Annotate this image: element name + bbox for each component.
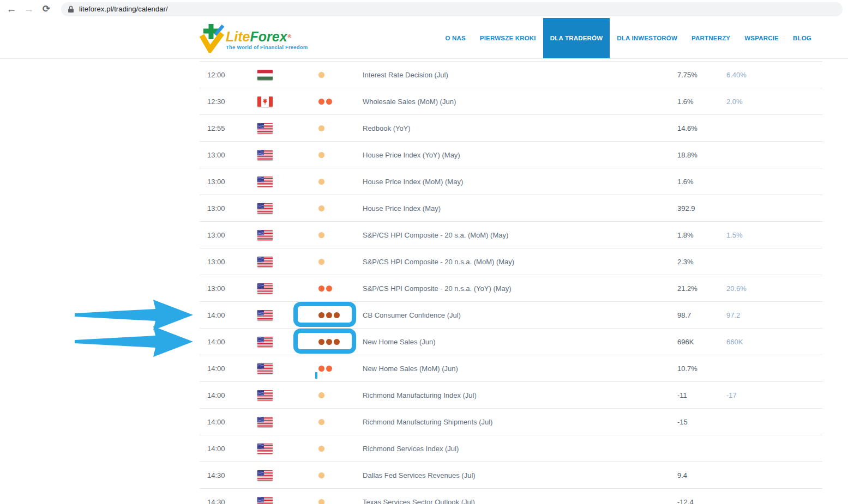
forecast-value: 6.40%	[726, 62, 747, 88]
nav-item-blog[interactable]: BLOG	[786, 18, 819, 58]
importance-dot	[318, 366, 324, 372]
event-time: 14:00	[207, 409, 225, 435]
actual-value: -12.4	[677, 489, 694, 504]
calendar-row[interactable]: 14:00 CB Consumer Confidence (Jul) 98.7 …	[200, 301, 822, 328]
actual-value: 392.9	[677, 195, 695, 221]
calendar-row[interactable]: 12:55 Redbook (YoY) 14.6%	[200, 114, 822, 141]
padlock-icon[interactable]	[68, 5, 74, 13]
flag-canada-icon	[257, 88, 273, 114]
event-name: S&P/CS HPI Composite - 20 n.s.a. (MoM) (…	[363, 248, 514, 275]
actual-value: 18.8%	[677, 142, 697, 168]
importance-dot	[318, 339, 324, 345]
actual-value: 10.7%	[677, 355, 697, 381]
page: ← → ⟳ liteforex.pl/trading/calendar/ Lit…	[0, 0, 848, 504]
flag-united-states-icon	[257, 409, 273, 435]
event-time: 13:00	[207, 168, 225, 195]
refresh-button[interactable]: ⟳	[39, 2, 53, 16]
event-name: Redbook (YoY)	[363, 115, 411, 141]
calendar-row[interactable]: 14:30 Texas Services Sector Outlook (Jul…	[200, 488, 822, 504]
flag-united-states-icon	[257, 382, 273, 408]
calendar-row[interactable]: 14:00 Richmond Services Index (Jul)	[200, 435, 822, 462]
forecast-value: 1.5%	[726, 222, 743, 248]
event-name: House Price Index (May)	[363, 195, 441, 221]
event-name: S&P/CS HPI Composite - 20 s.a. (MoM) (Ma…	[363, 222, 508, 248]
calendar-row[interactable]: 13:00 S&P/CS HPI Composite - 20 s.a. (Mo…	[200, 221, 822, 248]
event-name: New Home Sales (Jun)	[363, 329, 436, 355]
nav-item-label: DLA INWESTORÓW	[617, 35, 677, 41]
nav-item-partnerzy[interactable]: PARTNERZY	[684, 18, 737, 58]
importance-dot	[318, 125, 324, 131]
nav-item-dla-inwestorow[interactable]: DLA INWESTORÓW	[610, 18, 684, 58]
calendar-row[interactable]: 14:00 Richmond Manufacturing Shipments (…	[200, 408, 822, 435]
actual-value: 696K	[677, 329, 694, 355]
event-time: 14:00	[207, 355, 225, 381]
calendar-row[interactable]: 14:00 Richmond Manufacturing Index (Jul)…	[200, 381, 822, 408]
nav-item-label: O NAS	[445, 35, 465, 41]
calendar-row[interactable]: 14:00 New Home Sales (Jun) 696K 660K	[200, 328, 822, 355]
importance-dot	[318, 499, 324, 504]
event-time: 14:30	[207, 462, 225, 488]
calendar-row[interactable]: 13:00 S&P/CS HPI Composite - 20 n.s.a. (…	[200, 275, 822, 301]
actual-value: 9.4	[677, 462, 687, 488]
actual-value: 1.6%	[677, 168, 694, 195]
importance-dot	[318, 446, 324, 452]
calendar-row[interactable]: 13:00 S&P/CS HPI Composite - 20 n.s.a. (…	[200, 248, 822, 275]
liteforex-logo-icon	[200, 22, 225, 53]
event-name: Richmond Services Index (Jul)	[363, 435, 459, 462]
flag-united-states-icon	[257, 115, 273, 141]
logo-tagline: The World of Financial Freedom	[226, 44, 308, 50]
nav-item-pierwsze-kroki[interactable]: PIERWSZE KROKI	[473, 18, 543, 58]
event-name: Richmond Manufacturing Index (Jul)	[363, 382, 477, 408]
importance-dot	[326, 99, 332, 105]
flag-united-states-icon	[257, 222, 273, 248]
forward-button[interactable]: →	[22, 2, 36, 16]
calendar-table: 12:00 Interest Rate Decision (Jul) 7.75%…	[200, 61, 822, 504]
event-name: Interest Rate Decision (Jul)	[363, 62, 448, 88]
liteforex-logo[interactable]: LiteForex® The World of Financial Freedo…	[200, 21, 308, 53]
calendar-row[interactable]: 13:00 House Price Index (MoM) (May) 1.6%	[200, 168, 822, 195]
nav-item-label: BLOG	[793, 35, 811, 41]
flag-united-states-icon	[257, 302, 273, 328]
nav-item-o-nas[interactable]: O NAS	[438, 18, 472, 58]
importance-dot	[318, 472, 324, 478]
importance-dots	[318, 142, 326, 168]
nav-item-label: PIERWSZE KROKI	[480, 35, 536, 41]
importance-dots	[318, 355, 334, 381]
importance-dot	[318, 419, 324, 425]
flag-united-states-icon	[257, 195, 273, 221]
flag-united-states-icon	[257, 329, 273, 355]
flag-united-states-icon	[257, 275, 273, 301]
importance-dot	[318, 312, 324, 318]
event-name: New Home Sales (MoM) (Jun)	[363, 355, 458, 381]
event-name: S&P/CS HPI Composite - 20 n.s.a. (YoY) (…	[363, 275, 512, 301]
calendar-row[interactable]: 13:00 House Price Index (YoY) (May) 18.8…	[200, 141, 822, 168]
actual-value: 1.6%	[677, 88, 694, 114]
importance-dots	[318, 88, 334, 114]
importance-dot	[318, 205, 324, 211]
importance-dot	[318, 286, 324, 292]
annotation-cursor-tick	[315, 372, 317, 379]
event-name: House Price Index (MoM) (May)	[363, 168, 463, 195]
flag-united-states-icon	[257, 168, 273, 195]
calendar-row[interactable]: 13:00 House Price Index (May) 392.9	[200, 195, 822, 221]
calendar-row[interactable]: 12:30 Wholesale Sales (MoM) (Jun) 1.6% 2…	[200, 88, 822, 114]
event-name: Wholesale Sales (MoM) (Jun)	[363, 88, 456, 114]
flag-united-states-icon	[257, 489, 273, 504]
url-bar[interactable]: liteforex.pl/trading/calendar/	[61, 2, 843, 16]
back-button[interactable]: ←	[4, 2, 19, 16]
actual-value: -15	[677, 409, 688, 435]
actual-value: 7.75%	[677, 62, 697, 88]
nav-item-label: WSPARCIE	[744, 35, 779, 41]
importance-dots	[318, 115, 326, 141]
calendar-row[interactable]: 12:00 Interest Rate Decision (Jul) 7.75%…	[200, 61, 822, 88]
importance-dot	[318, 152, 324, 158]
event-name: Richmond Manufacturing Shipments (Jul)	[363, 409, 492, 435]
main-nav: O NAS PIERWSZE KROKI DLA TRADERÓW DLA IN…	[438, 18, 819, 58]
nav-item-dla-traderow[interactable]: DLA TRADERÓW	[543, 18, 610, 58]
event-name: House Price Index (YoY) (May)	[363, 142, 460, 168]
calendar-row[interactable]: 14:30 Dallas Fed Services Revenues (Jul)…	[200, 462, 822, 488]
event-name: Dallas Fed Services Revenues (Jul)	[363, 462, 476, 488]
calendar-row[interactable]: 14:00 New Home Sales (MoM) (Jun) 10.7%	[200, 355, 822, 381]
nav-item-wsparcie[interactable]: WSPARCIE	[737, 18, 786, 58]
forecast-value: 20.6%	[726, 275, 747, 301]
